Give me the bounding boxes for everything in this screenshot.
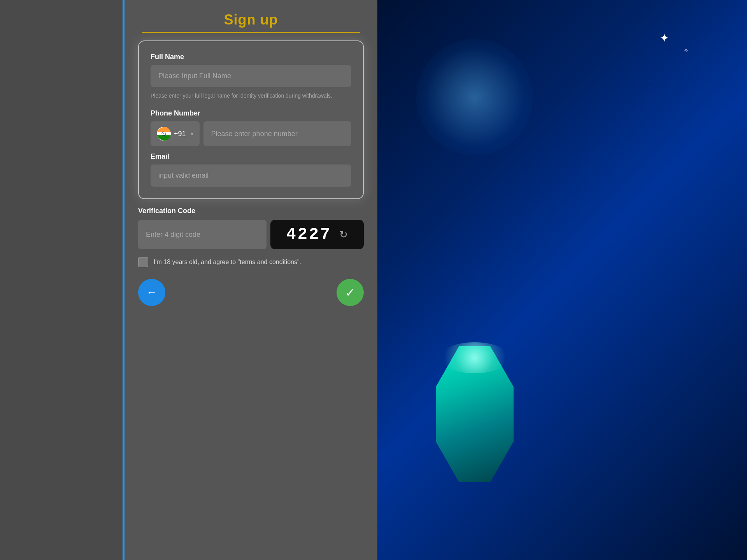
email-input[interactable] bbox=[151, 164, 351, 187]
phone-row: +91 ▾ bbox=[151, 121, 351, 146]
phone-input[interactable] bbox=[203, 121, 351, 146]
country-selector[interactable]: +91 ▾ bbox=[151, 121, 200, 146]
bottom-buttons: ← ✓ bbox=[138, 279, 364, 306]
verification-row: 4227 ↻ bbox=[138, 220, 364, 249]
terms-row: I'm 18 years old, and agree to "terms an… bbox=[138, 257, 364, 267]
india-flag bbox=[157, 127, 171, 141]
chevron-down-icon: ▾ bbox=[191, 131, 193, 137]
back-icon: ← bbox=[146, 286, 157, 299]
full-name-input[interactable] bbox=[151, 65, 351, 87]
terms-label: I'm 18 years old, and agree to "terms an… bbox=[154, 259, 301, 266]
country-code: +91 bbox=[174, 130, 186, 138]
verification-code-input[interactable] bbox=[138, 220, 267, 249]
confirm-icon: ✓ bbox=[345, 285, 356, 300]
confirm-button[interactable]: ✓ bbox=[337, 279, 364, 306]
star-decoration-2: ✧ bbox=[684, 47, 689, 54]
form-card: Full Name Please enter your full legal n… bbox=[138, 40, 364, 199]
email-label: Email bbox=[151, 152, 351, 161]
captcha-box: 4227 ↻ bbox=[270, 220, 364, 249]
back-button[interactable]: ← bbox=[138, 279, 165, 306]
star-decoration-3: · bbox=[649, 78, 650, 83]
star-decoration-1: ✦ bbox=[659, 31, 669, 45]
phone-label: Phone Number bbox=[151, 109, 351, 117]
terms-checkbox[interactable] bbox=[138, 257, 148, 267]
left-panel bbox=[0, 0, 124, 560]
refresh-captcha-icon[interactable]: ↻ bbox=[339, 229, 348, 241]
title-underline bbox=[142, 32, 360, 33]
center-panel: Sign up Full Name Please enter your full… bbox=[124, 0, 377, 560]
crystal-glow bbox=[440, 342, 510, 373]
verification-label: Verification Code bbox=[138, 207, 364, 215]
page-title: Sign up bbox=[224, 12, 278, 28]
captcha-value: 4227 bbox=[286, 225, 332, 244]
verification-section: Verification Code 4227 ↻ I'm 18 years ol… bbox=[138, 207, 364, 310]
full-name-label: Full Name bbox=[151, 53, 351, 61]
svg-point-3 bbox=[163, 133, 164, 134]
right-panel: ✦ ✧ · bbox=[377, 0, 747, 560]
full-name-helper: Please enter your full legal name for id… bbox=[151, 92, 351, 100]
